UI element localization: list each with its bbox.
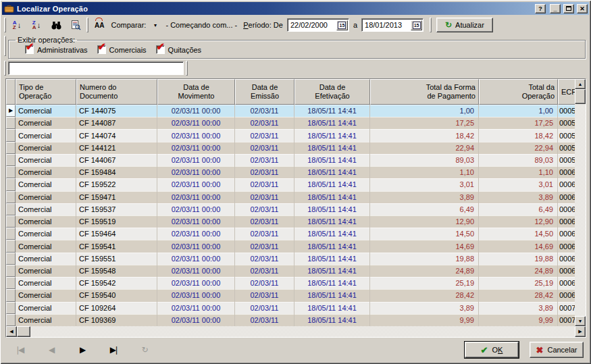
cell-data-emissao[interactable]: 02/03/11 bbox=[235, 178, 294, 190]
table-row[interactable]: Comercial CF 159551 02/03/11 00:00 02/03… bbox=[6, 253, 575, 265]
cell-data-movimento[interactable]: 02/03/11 00:00 bbox=[157, 253, 235, 265]
cell-tipo-operacao[interactable]: Comercial bbox=[16, 191, 76, 203]
date-to-value[interactable]: 18/01/2013 bbox=[363, 21, 411, 29]
cell-total-operacao[interactable]: 3,89 bbox=[479, 191, 558, 203]
cell-data-movimento[interactable]: 02/03/11 00:00 bbox=[157, 277, 235, 289]
cell-data-emissao[interactable]: 02/03/11 bbox=[235, 314, 294, 326]
cell-data-efetivacao[interactable]: 18/05/11 14:41 bbox=[294, 240, 370, 252]
cell-total-forma-pagamento[interactable]: 17,25 bbox=[370, 117, 479, 129]
row-indicator[interactable] bbox=[6, 117, 16, 129]
cell-total-operacao[interactable]: 24,89 bbox=[479, 265, 558, 277]
maximize-button[interactable] bbox=[563, 4, 574, 14]
vertical-scroll-thumb[interactable] bbox=[575, 89, 586, 104]
row-indicator[interactable] bbox=[6, 314, 16, 326]
cell-data-emissao[interactable]: 02/03/11 bbox=[235, 215, 294, 228]
cell-ecf[interactable]: 0006 bbox=[558, 240, 575, 252]
cell-total-operacao[interactable]: 1,00 bbox=[479, 105, 558, 117]
cell-data-movimento[interactable]: 02/03/11 00:00 bbox=[157, 129, 235, 141]
header-data-emissao[interactable]: Data de Emissão bbox=[235, 79, 294, 105]
cell-total-operacao[interactable]: 12,90 bbox=[479, 215, 558, 228]
cell-tipo-operacao[interactable]: Comercial bbox=[16, 154, 76, 166]
cell-numero-documento[interactable]: CF 159519 bbox=[76, 215, 157, 228]
header-numero-documento[interactable]: Numero do Documento bbox=[76, 79, 157, 105]
cell-total-forma-pagamento[interactable]: 1,00 bbox=[370, 105, 479, 117]
cell-ecf[interactable]: 0006 bbox=[558, 215, 575, 228]
cell-total-forma-pagamento[interactable]: 6,49 bbox=[370, 203, 479, 215]
table-row[interactable]: Comercial CF 144067 02/03/11 00:00 02/03… bbox=[6, 154, 575, 166]
cell-ecf[interactable]: 0006 bbox=[558, 191, 575, 203]
cell-total-forma-pagamento[interactable]: 3,89 bbox=[370, 191, 479, 203]
cell-ecf[interactable]: 0005 bbox=[558, 129, 575, 141]
cell-ecf[interactable]: 0005 bbox=[558, 142, 575, 154]
cell-ecf[interactable]: 0006 bbox=[558, 166, 575, 178]
cell-total-forma-pagamento[interactable]: 14,50 bbox=[370, 228, 479, 240]
cell-data-emissao[interactable]: 02/03/11 bbox=[235, 154, 294, 166]
table-row[interactable]: Comercial CF 159464 02/03/11 00:00 02/03… bbox=[6, 228, 575, 240]
checkbox-administrativas[interactable]: ✔ Administrativas bbox=[25, 45, 88, 54]
cell-ecf[interactable]: 0005 bbox=[558, 105, 575, 117]
cell-data-efetivacao[interactable]: 18/05/11 14:41 bbox=[294, 265, 370, 277]
row-indicator[interactable] bbox=[6, 178, 16, 190]
horizontal-scroll-track[interactable] bbox=[30, 326, 575, 337]
cell-numero-documento[interactable]: CF 159484 bbox=[76, 166, 157, 178]
cell-data-emissao[interactable]: 02/03/11 bbox=[235, 277, 294, 289]
table-row[interactable]: Comercial CF 159471 02/03/11 00:00 02/03… bbox=[6, 191, 575, 203]
search-input[interactable] bbox=[8, 61, 184, 75]
cell-total-operacao[interactable]: 89,03 bbox=[479, 154, 558, 166]
cell-numero-documento[interactable]: CF 159548 bbox=[76, 265, 157, 277]
table-row[interactable]: Comercial CF 144087 02/03/11 00:00 02/03… bbox=[6, 117, 575, 129]
horizontal-scroll-thumb[interactable] bbox=[17, 326, 30, 337]
row-indicator[interactable] bbox=[6, 142, 16, 154]
cell-data-emissao[interactable]: 02/03/11 bbox=[235, 289, 294, 301]
cell-tipo-operacao[interactable]: Comercial bbox=[16, 215, 76, 228]
cancel-button[interactable]: ✖ Cancelar bbox=[530, 342, 584, 358]
cell-tipo-operacao[interactable]: Comercial bbox=[16, 265, 76, 277]
preview-button[interactable] bbox=[67, 17, 84, 33]
cell-numero-documento[interactable]: CF 159464 bbox=[76, 228, 157, 240]
cell-numero-documento[interactable]: CF 144121 bbox=[76, 142, 157, 154]
cell-tipo-operacao[interactable]: Comercial bbox=[16, 253, 76, 265]
cell-total-operacao[interactable]: 25,19 bbox=[479, 277, 558, 289]
cell-total-forma-pagamento[interactable]: 12,90 bbox=[370, 215, 479, 228]
cell-data-emissao[interactable]: 02/03/11 bbox=[235, 265, 294, 277]
table-row[interactable]: Comercial CF 159519 02/03/11 00:00 02/03… bbox=[6, 215, 575, 228]
scroll-up-button[interactable]: ▲ bbox=[575, 79, 586, 89]
row-indicator[interactable] bbox=[6, 289, 16, 301]
cell-tipo-operacao[interactable]: Comercial bbox=[16, 142, 76, 154]
table-row[interactable]: Comercial CF 144121 02/03/11 00:00 02/03… bbox=[6, 142, 575, 154]
cell-data-movimento[interactable]: 02/03/11 00:00 bbox=[157, 191, 235, 203]
cell-numero-documento[interactable]: CF 144074 bbox=[76, 129, 157, 141]
cell-ecf[interactable]: 0006 bbox=[558, 178, 575, 190]
cell-data-efetivacao[interactable]: 18/05/11 14:41 bbox=[294, 117, 370, 129]
cell-data-efetivacao[interactable]: 18/05/11 14:41 bbox=[294, 105, 370, 117]
cell-data-efetivacao[interactable]: 18/05/11 14:41 bbox=[294, 302, 370, 314]
cell-data-efetivacao[interactable]: 18/05/11 14:41 bbox=[294, 154, 370, 166]
checkbox-label[interactable]: Comerciais bbox=[109, 46, 147, 54]
scroll-right-button[interactable]: ▶ bbox=[575, 326, 586, 337]
cell-data-efetivacao[interactable]: 18/05/11 14:41 bbox=[294, 253, 370, 265]
checkbox-box[interactable]: ✔ bbox=[97, 45, 106, 54]
cell-data-efetivacao[interactable]: 18/05/11 14:41 bbox=[294, 314, 370, 326]
table-row[interactable]: Comercial CF 159542 02/03/11 00:00 02/03… bbox=[6, 277, 575, 289]
cell-total-operacao[interactable]: 17,25 bbox=[479, 117, 558, 129]
row-indicator[interactable] bbox=[6, 215, 16, 228]
header-data-efetivacao[interactable]: Data de Efetivação bbox=[294, 79, 370, 105]
cell-total-operacao[interactable]: 18,42 bbox=[479, 129, 558, 141]
cell-ecf[interactable]: 0007 bbox=[558, 314, 575, 326]
cell-total-operacao[interactable]: 19,88 bbox=[479, 253, 558, 265]
cell-tipo-operacao[interactable]: Comercial bbox=[16, 117, 76, 129]
cell-ecf[interactable]: 0006 bbox=[558, 289, 575, 301]
cell-data-movimento[interactable]: 02/03/11 00:00 bbox=[157, 142, 235, 154]
checkbox-label[interactable]: Administrativas bbox=[37, 46, 88, 54]
cell-total-operacao[interactable]: 6,49 bbox=[479, 203, 558, 215]
cell-data-efetivacao[interactable]: 18/05/11 14:41 bbox=[294, 178, 370, 190]
cell-data-efetivacao[interactable]: 18/05/11 14:41 bbox=[294, 228, 370, 240]
cell-data-efetivacao[interactable]: 18/05/11 14:41 bbox=[294, 215, 370, 228]
cell-numero-documento[interactable]: CF 159541 bbox=[76, 240, 157, 252]
cell-data-emissao[interactable]: 02/03/11 bbox=[235, 302, 294, 314]
ok-button[interactable]: ✔ OK bbox=[465, 342, 519, 358]
nav-prior-button[interactable]: ◀ bbox=[41, 342, 61, 358]
sort-descending-button[interactable]: ZA ↓ bbox=[28, 17, 45, 33]
help-button[interactable]: ? bbox=[535, 4, 546, 14]
find-button[interactable] bbox=[47, 17, 65, 33]
